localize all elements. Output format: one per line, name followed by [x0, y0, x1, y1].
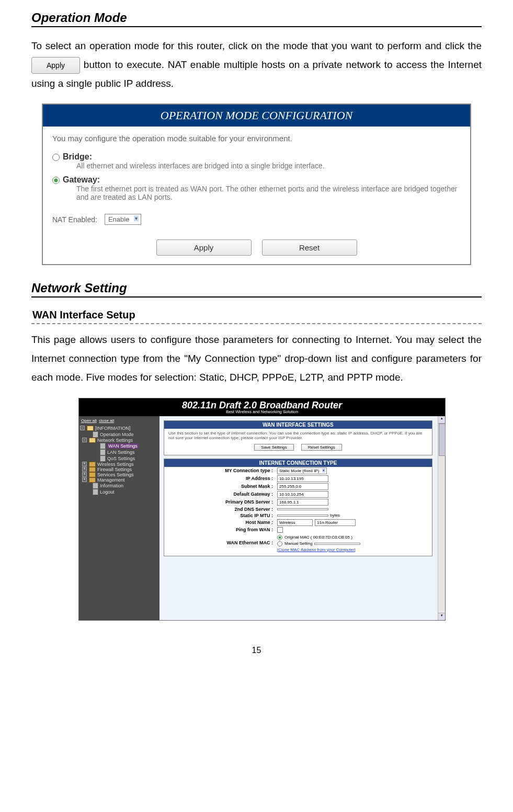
mask-label: Subnet Mask : [168, 484, 277, 489]
page-icon [93, 431, 98, 438]
nav-services-label: Services Settings [97, 472, 134, 477]
nav-wan-settings[interactable]: WAN Settings [80, 443, 159, 449]
nav-operation-mode[interactable]: Operation Mode [80, 431, 159, 438]
nav-information-label: [INFORMATION] [95, 426, 130, 431]
nav-open-close: Open all close all [80, 418, 159, 425]
expand-icon: + [82, 477, 87, 482]
scroll-up-icon[interactable]: ▴ [438, 416, 445, 424]
config-button-row: Apply Reset [43, 236, 470, 264]
reset-settings-button[interactable]: Reset Settings [301, 444, 342, 451]
folder-icon [87, 426, 94, 431]
nav-firewall-label: Firewall Settings [97, 467, 132, 472]
nav-op-label: Operation Mode [100, 432, 134, 437]
gateway-radio[interactable] [52, 177, 60, 184]
nav-wireless-settings[interactable]: + Wireless Settings [80, 462, 159, 467]
mtu-input[interactable] [277, 514, 328, 517]
host-input-1[interactable]: Wireless [277, 519, 313, 526]
ping-row: Ping from WAN : [164, 527, 432, 533]
ping-checkbox[interactable] [277, 527, 283, 533]
nat-dropdown[interactable]: Enable [105, 214, 141, 225]
ict-panel-head: INTERNET CONNECTION TYPE [164, 459, 432, 467]
nav-information-root[interactable]: - [INFORMATION] [80, 425, 159, 431]
mac-block: Original MAC ( 00:E0:7D:C0:CB:05 ) Manua… [277, 534, 360, 552]
mac-clone-row: [Clone MAC Address from your Computer] [277, 547, 360, 552]
page-icon [93, 489, 98, 495]
apply-button[interactable]: Apply [156, 239, 252, 256]
gw-input[interactable]: 10.10.10.254 [277, 491, 328, 498]
router-main: ▴ ▾ WAN INTERFACE SETTINGS Use this sect… [159, 416, 445, 620]
dns2-row: 2nd DNS Server : [164, 506, 432, 512]
gateway-mode-row: Gateway: [43, 174, 470, 185]
nav-network-settings[interactable]: - Network Settings [80, 438, 159, 443]
wan-panel-desc: Use this section to set the type of Inte… [164, 429, 432, 442]
operation-mode-title: Operation Mode [31, 10, 482, 27]
page-icon [100, 443, 106, 449]
dns1-label: Primary DNS Server : [168, 499, 277, 505]
nav-qos-settings[interactable]: QoS Settings [80, 455, 159, 462]
ict-panel: INTERNET CONNECTION TYPE MY Connection t… [164, 459, 432, 556]
nav-firewall-settings[interactable]: + Firewall Settings [80, 467, 159, 472]
host-row: Host Name : Wireless 11n-Router [164, 519, 432, 527]
gw-label: Default Gateway : [168, 491, 277, 497]
conn-type-select[interactable]: Static Mode (fixed IP) [277, 467, 327, 474]
folder-icon [89, 477, 96, 483]
config-desc: You may configure the operation mode sui… [43, 127, 470, 151]
mac-manual-input[interactable] [314, 543, 360, 545]
dns2-input[interactable] [277, 508, 328, 510]
ping-label: Ping from WAN : [168, 527, 277, 532]
wan-interface-paragraph: This page allows users to configure thos… [31, 330, 482, 387]
nat-label: NAT Enabled: [52, 215, 97, 224]
mtu-unit: bytes [328, 513, 340, 518]
nav-information-item[interactable]: Information [80, 483, 159, 489]
router-body: Open all close all - [INFORMATION] Opera… [79, 416, 445, 620]
dns2-label: 2nd DNS Server : [168, 507, 277, 512]
mac-clone-link[interactable]: [Clone MAC Address from your Computer] [277, 547, 356, 552]
gw-row: Default Gateway : 10.10.10.254 [164, 490, 432, 498]
router-brand: 802.11n Draft 2.0 Broadband Router [79, 401, 445, 410]
ip-label: IP Address : [168, 476, 277, 481]
config-header: OPERATION MODE CONFIGURATION [43, 105, 470, 127]
host-input-2[interactable]: 11n-Router [315, 519, 356, 526]
mask-input[interactable]: 255.255.0.0 [277, 483, 328, 490]
scroll-thumb[interactable] [439, 424, 446, 456]
op-text-2: button to execute. NAT enable multiple h… [31, 59, 482, 89]
nav-wan-label: WAN Settings [107, 443, 139, 449]
nav-close-all[interactable]: close all [99, 418, 114, 423]
dns1-input[interactable]: 168.95.1.1 [277, 499, 328, 506]
reset-button[interactable]: Reset [262, 239, 357, 256]
nav-net-label: Network Settings [97, 438, 133, 443]
bridge-radio[interactable] [52, 154, 60, 161]
gateway-desc: The first ethernet port is treated as WA… [43, 185, 470, 205]
collapse-icon: - [82, 438, 87, 442]
bridge-desc: All ethernet and wireless interfaces are… [43, 162, 470, 174]
page-icon [93, 483, 98, 489]
nat-row: NAT Enabled: Enable [43, 205, 470, 236]
save-settings-button[interactable]: Save Settings [254, 444, 293, 451]
scroll-down-icon[interactable]: ▾ [438, 613, 445, 620]
mtu-label: Static IP MTU : [168, 513, 277, 518]
nav-lan-label: LAN Settings [107, 450, 135, 455]
collapse-icon: - [80, 426, 85, 430]
ip-input[interactable]: 10.10.13.195 [277, 475, 328, 482]
router-admin-screenshot: 802.11n Draft 2.0 Broadband Router Best … [78, 398, 446, 621]
mac-original-label: Original MAC ( 00:E0:7D:C0:CB:05 ) [284, 535, 352, 540]
operation-mode-config-box: OPERATION MODE CONFIGURATION You may con… [42, 104, 471, 265]
mac-original-radio[interactable] [277, 535, 282, 540]
nav-lan-settings[interactable]: LAN Settings [80, 449, 159, 455]
conn-type-row: MY Connection type : Static Mode (fixed … [164, 467, 432, 475]
nav-open-all[interactable]: Open all [81, 418, 97, 423]
expand-icon: + [82, 467, 87, 472]
scrollbar[interactable]: ▴ ▾ [438, 416, 445, 620]
nav-management[interactable]: + Management [80, 477, 159, 483]
nav-logout[interactable]: Logout [80, 489, 159, 495]
mac-label: WAN Ethernet MAC : [168, 534, 277, 545]
mac-manual-radio[interactable] [277, 541, 282, 546]
nav-logout-label: Logout [100, 489, 115, 495]
nav-mgmt-label: Management [97, 477, 125, 483]
conn-type-label: MY Connection type : [168, 468, 277, 473]
expand-icon: + [82, 462, 87, 466]
nav-services-settings[interactable]: + Services Settings [80, 472, 159, 477]
apply-inline-button[interactable]: Apply [31, 57, 80, 74]
mac-row: WAN Ethernet MAC : Original MAC ( 00:E0:… [164, 533, 432, 553]
mac-manual-label: Manual Setting [284, 541, 312, 546]
